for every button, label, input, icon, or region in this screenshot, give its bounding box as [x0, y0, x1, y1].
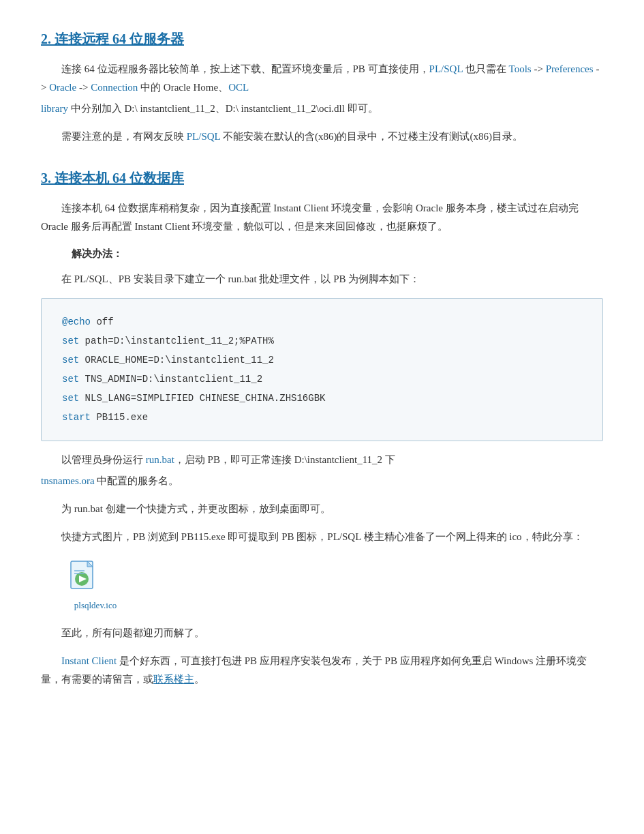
icon-container[interactable]: plsqldev.ico: [68, 560, 603, 613]
contact-link[interactable]: 联系楼主: [153, 674, 194, 685]
code-rest: off: [91, 316, 114, 327]
connection-link: Connection: [91, 82, 138, 93]
paragraph-after-1: 以管理员身份运行 run.bat，启动 PB，即可正常连接 D:\instant…: [41, 451, 603, 469]
icon-svg: [68, 560, 101, 595]
icon-filename: plsqldev.ico: [68, 598, 123, 613]
paragraph-2-1: 连接 64 位远程服务器比较简单，按上述下载、配置环境变量后，PB 可直接使用，…: [41, 60, 603, 97]
solution-intro: 在 PL/SQL、PB 安装目录下建立一个 run.bat 批处理文件，以 PB…: [41, 270, 603, 288]
paragraph-after-2: 为 run.bat 创建一个快捷方式，并更改图标，放到桌面即可。: [41, 500, 603, 518]
library-link: library: [41, 103, 68, 114]
text-span: 需要注意的是，有网友反映: [61, 131, 187, 142]
code-block: @echo off set path=D:\instantclient_11_2…: [41, 298, 603, 441]
solution-label-container: 解决办法：: [72, 245, 603, 263]
paragraph-3-1: 连接本机 64 位数据库稍稍复杂，因为直接配置 Instant Client 环…: [41, 199, 603, 236]
paragraph-after-1b: tnsnames.ora 中配置的服务名。: [41, 472, 603, 490]
code-rest: NLS_LANG=SIMPLIFIED CHINESE_CHINA.ZHS16G…: [79, 393, 325, 404]
paragraph-close-1: 至此，所有问题都迎刃而解了。: [41, 624, 603, 642]
section-2-heading: 2. 连接远程 64 位服务器: [41, 27, 603, 50]
text-span: 为 run.bat 创建一个快捷方式，并更改图标，放到桌面即可。: [61, 503, 331, 514]
text-span: 至此，所有问题都迎刃而解了。: [61, 627, 204, 638]
section-2: 2. 连接远程 64 位服务器 连接 64 位远程服务器比较简单，按上述下载、配…: [41, 27, 603, 146]
instant-client-link: Instant Client: [61, 655, 117, 666]
text-span: 以管理员身份运行: [61, 454, 146, 465]
text-span: 不能安装在默认的含(x86)的目录中，不过楼主没有测试(x86)目录。: [220, 131, 523, 142]
runbat-link-1: run.bat: [146, 454, 174, 465]
keyword-echo: @echo: [62, 316, 91, 327]
text-span: 是个好东西，可直接打包进 PB 应用程序安装包发布，关于 PB 应用程序如何免重…: [41, 655, 587, 685]
keyword-set-4: set: [62, 393, 79, 404]
plsqldev-icon[interactable]: [68, 560, 101, 595]
text-span: 中分别加入 D:\ instantclient_11_2、D:\ instant…: [68, 103, 378, 114]
keyword-set-2: set: [62, 355, 79, 366]
text-span: 连接本机 64 位数据库稍稍复杂，因为直接配置 Instant Client 环…: [41, 203, 579, 232]
text-span: 连接 64 位远程服务器比较简单，按上述下载、配置环境变量后，PB 可直接使用，: [61, 63, 429, 74]
tools-link: Tools: [509, 63, 532, 74]
plsql-link-1: PL/SQL: [429, 63, 463, 74]
ocl-link: OCL: [228, 82, 249, 93]
text-span: 也只需在: [463, 63, 509, 74]
text-span: 。: [194, 674, 204, 685]
code-rest: ORACLE_HOME=D:\instantclient_11_2: [79, 355, 274, 366]
code-rest: PB115.exe: [91, 412, 148, 423]
page-content: 2. 连接远程 64 位服务器 连接 64 位远程服务器比较简单，按上述下载、配…: [41, 27, 603, 689]
code-line-6: start PB115.exe: [62, 408, 582, 427]
paragraph-close-2: Instant Client 是个好东西，可直接打包进 PB 应用程序安装包发布…: [41, 652, 603, 689]
code-line-2: set path=D:\instantclient_11_2;%PATH%: [62, 331, 582, 351]
oracle-link: Oracle: [49, 82, 76, 93]
text-span: 中的 Oracle Home、: [138, 82, 228, 93]
text-span: ->: [76, 82, 91, 93]
paragraph-2-3: 需要注意的是，有网友反映 PL/SQL 不能安装在默认的含(x86)的目录中，不…: [41, 128, 603, 146]
solution-label: 解决办法：: [72, 248, 123, 259]
section-3: 3. 连接本机 64 位数据库 连接本机 64 位数据库稍稍复杂，因为直接配置 …: [41, 166, 603, 689]
code-line-1: @echo off: [62, 312, 582, 331]
text-span: 快捷方式图片，PB 浏览到 PB115.exe 即可提取到 PB 图标，PL/S…: [61, 531, 583, 542]
code-line-3: set ORACLE_HOME=D:\instantclient_11_2: [62, 351, 582, 370]
code-rest: path=D:\instantclient_11_2;%PATH%: [79, 336, 274, 346]
code-rest: TNS_ADMIN=D:\instantclient_11_2: [79, 374, 262, 385]
text-span: 中配置的服务名。: [95, 475, 179, 486]
section-3-heading: 3. 连接本机 64 位数据库: [41, 166, 603, 190]
text-span: ，启动 PB，即可正常连接 D:\instantclient_11_2 下: [174, 454, 395, 465]
keyword-set-3: set: [62, 374, 79, 385]
preferences-link: Preferences: [546, 63, 594, 74]
keyword-set-1: set: [62, 336, 79, 346]
paragraph-2-2: library 中分别加入 D:\ instantclient_11_2、D:\…: [41, 100, 603, 118]
code-line-4: set TNS_ADMIN=D:\instantclient_11_2: [62, 370, 582, 389]
keyword-start: start: [62, 412, 91, 423]
plsql-link-2: PL/SQL: [187, 131, 220, 142]
tnsnames-link: tnsnames.ora: [41, 475, 95, 486]
text-span: ->: [532, 63, 546, 74]
text-span: 在 PL/SQL、PB 安装目录下建立一个 run.bat 批处理文件，以 PB…: [61, 273, 420, 284]
code-line-5: set NLS_LANG=SIMPLIFIED CHINESE_CHINA.ZH…: [62, 389, 582, 408]
paragraph-after-3: 快捷方式图片，PB 浏览到 PB115.exe 即可提取到 PB 图标，PL/S…: [41, 528, 603, 546]
